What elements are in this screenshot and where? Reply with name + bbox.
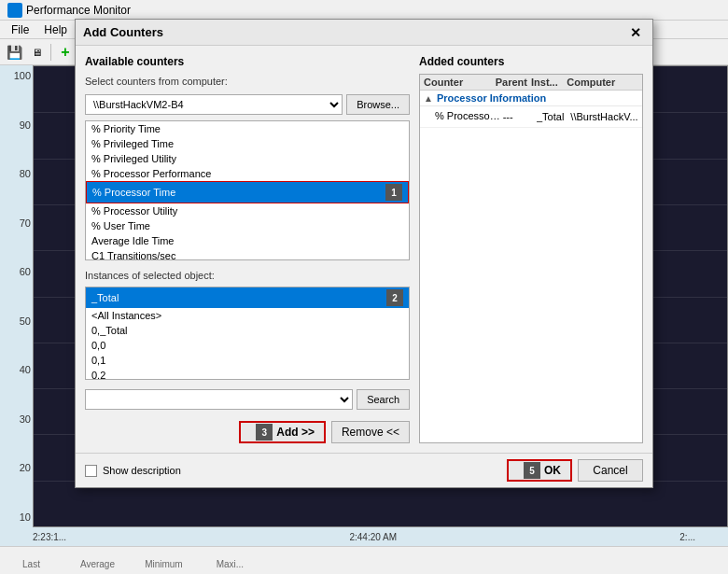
cancel-button[interactable]: Cancel (578, 459, 643, 482)
search-row: Search (85, 389, 410, 410)
table-data-row-processor-time: % Processor Time 4 --- _Total \\BurstHac… (420, 106, 642, 128)
dialog-title-bar: Add Counters ✕ (76, 20, 652, 46)
remove-button[interactable]: Remove << (331, 421, 410, 443)
badge-5: 5 (524, 462, 540, 479)
table-group-processor-info: ▲ Processor Information (420, 91, 642, 106)
col-inst: Inst... (531, 77, 567, 88)
col-counter: Counter (424, 77, 496, 88)
cell-parent: --- (503, 111, 537, 122)
counter-avg-idle[interactable]: Average Idle Time (86, 233, 409, 248)
col-computer: Computer (567, 77, 638, 88)
dialog-close-button[interactable]: ✕ (626, 23, 645, 42)
counter-user-time[interactable]: % User Time (86, 218, 409, 233)
cell-computer: \\BurstHackV... (570, 111, 638, 122)
counters-list[interactable]: % Priority Time % Privileged Time % Priv… (85, 120, 410, 260)
instances-label: Instances of selected object: (85, 270, 410, 281)
add-button[interactable]: 3 Add >> (239, 421, 326, 443)
added-counters-table: Counter Parent Inst... Computer ▲ Proces… (419, 74, 643, 443)
cell-counter-name: % Processor Time 4 (435, 108, 503, 125)
counter-processor-time-label: % Processor Time (92, 187, 175, 198)
instance-0-2[interactable]: 0,2 (86, 368, 409, 380)
expand-icon: ▲ (424, 93, 433, 104)
counter-c1-trans[interactable]: C1 Transitions/sec (86, 248, 409, 260)
left-panel: Available counters Select counters from … (85, 55, 410, 443)
dialog-title: Add Counters (83, 25, 163, 39)
show-desc-checkbox[interactable] (85, 465, 97, 477)
group-name: Processor Information (437, 92, 546, 104)
ok-btn-label: OK (544, 464, 561, 477)
added-counters-label: Added counters (419, 55, 643, 68)
instance-0-total[interactable]: 0,_Total (86, 323, 409, 338)
search-button[interactable]: Search (357, 389, 410, 410)
badge-2: 2 (386, 289, 403, 306)
instance-total-label: _Total (91, 292, 119, 303)
search-select[interactable] (85, 389, 353, 410)
counter-privileged-time[interactable]: % Privileged Time (86, 136, 409, 151)
available-counters-label: Available counters (85, 55, 410, 68)
dialog-footer: Show description 5 OK Cancel (76, 453, 652, 487)
ok-button[interactable]: 5 OK (507, 459, 572, 482)
cell-instance: _Total (537, 111, 570, 122)
action-row: 3 Add >> Remove << (85, 421, 410, 443)
instance-total[interactable]: _Total 2 (86, 287, 409, 308)
select-computer-label: Select counters from computer: (85, 76, 410, 87)
dialog-overlay: Add Counters ✕ Available counters Select… (0, 0, 728, 574)
instance-0-0[interactable]: 0,0 (86, 338, 409, 353)
table-header: Counter Parent Inst... Computer (420, 75, 642, 91)
browse-button[interactable]: Browse... (346, 94, 410, 115)
badge-1: 1 (385, 184, 402, 201)
show-desc-label: Show description (103, 465, 181, 476)
show-desc-row: Show description (85, 461, 181, 481)
dialog-body: Available counters Select counters from … (76, 46, 652, 453)
counter-processor-utility[interactable]: % Processor Utility (86, 203, 409, 218)
badge-3: 3 (256, 424, 273, 441)
instance-all[interactable]: <All Instances> (86, 308, 409, 323)
counter-privileged-utility[interactable]: % Privileged Utility (86, 151, 409, 166)
counter-processor-performance[interactable]: % Processor Performance (86, 166, 409, 181)
instance-0-1[interactable]: 0,1 (86, 353, 409, 368)
col-parent: Parent (496, 77, 531, 88)
computer-select-row: \\BurstHackVM2-B4 Browse... (85, 94, 410, 115)
add-counters-dialog: Add Counters ✕ Available counters Select… (75, 19, 653, 488)
counter-priority-time[interactable]: % Priority Time (86, 121, 409, 136)
add-btn-label: Add >> (276, 426, 315, 439)
computer-select[interactable]: \\BurstHackVM2-B4 (85, 94, 343, 115)
counter-processor-time[interactable]: % Processor Time 1 (86, 181, 409, 203)
instances-list[interactable]: _Total 2 <All Instances> 0,_Total 0,0 0,… (85, 287, 410, 380)
right-panel: Added counters Counter Parent Inst... Co… (419, 55, 643, 443)
